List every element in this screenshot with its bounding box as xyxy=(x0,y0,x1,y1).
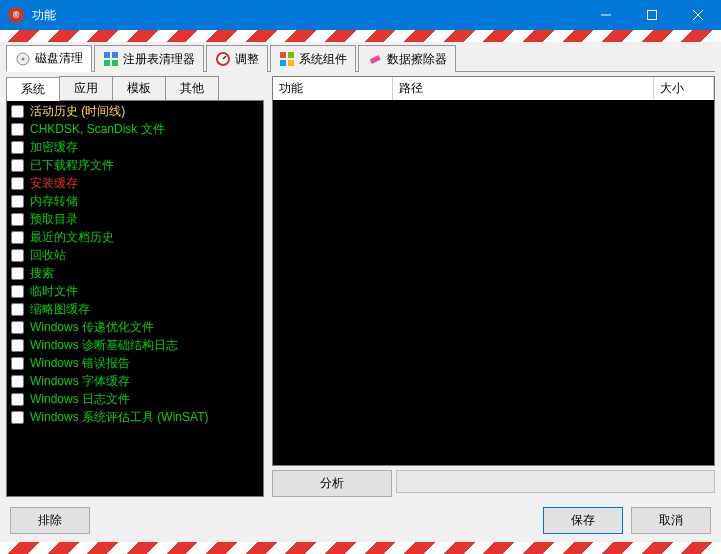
progress-placeholder xyxy=(396,470,715,493)
item-checkbox[interactable] xyxy=(11,411,24,424)
subtab-apps[interactable]: 应用 xyxy=(59,76,113,100)
item-checkbox[interactable] xyxy=(11,285,24,298)
item-checkbox[interactable] xyxy=(11,249,24,262)
window-title: 功能 xyxy=(32,7,583,24)
svg-rect-9 xyxy=(112,60,118,66)
gauge-icon xyxy=(215,51,231,67)
item-checkbox[interactable] xyxy=(11,357,24,370)
svg-rect-12 xyxy=(280,52,286,58)
item-label: Windows 错误报告 xyxy=(30,355,130,372)
item-checkbox[interactable] xyxy=(11,141,24,154)
list-item[interactable]: 安装缓存 xyxy=(11,175,259,193)
list-item[interactable]: Windows 字体缓存 xyxy=(11,373,259,391)
list-item[interactable]: Windows 错误报告 xyxy=(11,355,259,373)
maximize-button[interactable] xyxy=(629,0,675,30)
item-label: 预取目录 xyxy=(30,211,78,228)
tab-label: 调整 xyxy=(235,51,259,68)
item-label: Windows 系统评估工具 (WinSAT) xyxy=(30,409,208,426)
list-item[interactable]: 临时文件 xyxy=(11,283,259,301)
item-label: 活动历史 (时间线) xyxy=(30,103,125,120)
tab-tweak[interactable]: 调整 xyxy=(206,45,268,72)
item-checkbox[interactable] xyxy=(11,159,24,172)
analyze-button[interactable]: 分析 xyxy=(272,470,392,497)
list-item[interactable]: 缩略图缓存 xyxy=(11,301,259,319)
item-checkbox[interactable] xyxy=(11,195,24,208)
item-checkbox[interactable] xyxy=(11,375,24,388)
item-label: 缩略图缓存 xyxy=(30,301,90,318)
list-item[interactable]: 回收站 xyxy=(11,247,259,265)
list-item[interactable]: 搜索 xyxy=(11,265,259,283)
item-checkbox[interactable] xyxy=(11,213,24,226)
svg-rect-15 xyxy=(288,60,294,66)
item-checkbox[interactable] xyxy=(11,339,24,352)
item-label: Windows 日志文件 xyxy=(30,391,130,408)
list-item[interactable]: 加密缓存 xyxy=(11,139,259,157)
subtab-templates[interactable]: 模板 xyxy=(112,76,166,100)
windows-icon xyxy=(279,51,295,67)
tab-data-eraser[interactable]: 数据擦除器 xyxy=(358,45,456,72)
item-label: 安装缓存 xyxy=(30,175,78,192)
cancel-button[interactable]: 取消 xyxy=(631,507,711,534)
svg-rect-13 xyxy=(288,52,294,58)
item-label: Windows 字体缓存 xyxy=(30,373,130,390)
save-button[interactable]: 保存 xyxy=(543,507,623,534)
svg-rect-16 xyxy=(370,55,381,64)
tab-label: 磁盘清理 xyxy=(35,50,83,67)
subtab-system[interactable]: 系统 xyxy=(6,77,60,101)
item-label: 临时文件 xyxy=(30,283,78,300)
tab-label: 注册表清理器 xyxy=(123,51,195,68)
tab-disk-clean[interactable]: 磁盘清理 xyxy=(6,45,92,72)
svg-rect-8 xyxy=(104,60,110,66)
item-label: 内存转储 xyxy=(30,193,78,210)
minimize-button[interactable] xyxy=(583,0,629,30)
app-icon: ® xyxy=(8,7,24,23)
tab-label: 数据擦除器 xyxy=(387,51,447,68)
list-item[interactable]: Windows 日志文件 xyxy=(11,391,259,409)
list-item[interactable]: CHKDSK, ScanDisk 文件 xyxy=(11,121,259,139)
list-item[interactable]: 活动历史 (时间线) xyxy=(11,103,259,121)
item-label: 回收站 xyxy=(30,247,66,264)
item-checkbox[interactable] xyxy=(11,105,24,118)
list-item[interactable]: 预取目录 xyxy=(11,211,259,229)
col-function[interactable]: 功能 xyxy=(273,77,393,100)
registry-icon xyxy=(103,51,119,67)
disk-icon xyxy=(15,51,31,67)
item-checkbox[interactable] xyxy=(11,303,24,316)
svg-rect-7 xyxy=(112,52,118,58)
list-item[interactable]: Windows 传递优化文件 xyxy=(11,319,259,337)
tab-system-components[interactable]: 系统组件 xyxy=(270,45,356,72)
item-checkbox[interactable] xyxy=(11,231,24,244)
result-panel xyxy=(272,100,715,466)
tab-label: 系统组件 xyxy=(299,51,347,68)
svg-point-5 xyxy=(22,57,25,60)
col-size[interactable]: 大小 xyxy=(654,77,714,100)
tab-registry-cleaner[interactable]: 注册表清理器 xyxy=(94,45,204,72)
item-checkbox[interactable] xyxy=(11,393,24,406)
item-label: 最近的文档历史 xyxy=(30,229,114,246)
result-table-header: 功能 路径 大小 xyxy=(272,76,715,100)
subtab-other[interactable]: 其他 xyxy=(165,76,219,100)
titlebar: ® 功能 xyxy=(0,0,721,30)
exclude-button[interactable]: 排除 xyxy=(10,507,90,534)
list-item[interactable]: 内存转储 xyxy=(11,193,259,211)
item-label: CHKDSK, ScanDisk 文件 xyxy=(30,121,165,138)
main-tab-strip: 磁盘清理 注册表清理器 调整 系统组件 数据擦除器 xyxy=(6,44,715,72)
item-checkbox[interactable] xyxy=(11,123,24,136)
col-path[interactable]: 路径 xyxy=(393,77,654,100)
item-checkbox[interactable] xyxy=(11,267,24,280)
close-button[interactable] xyxy=(675,0,721,30)
list-item[interactable]: 最近的文档历史 xyxy=(11,229,259,247)
item-label: Windows 传递优化文件 xyxy=(30,319,154,336)
item-label: 搜索 xyxy=(30,265,54,282)
list-item[interactable]: Windows 诊断基础结构日志 xyxy=(11,337,259,355)
svg-rect-6 xyxy=(104,52,110,58)
svg-rect-1 xyxy=(648,11,657,20)
item-checkbox[interactable] xyxy=(11,177,24,190)
hazard-stripe-bottom xyxy=(0,542,721,554)
svg-rect-14 xyxy=(280,60,286,66)
item-label: 已下载程序文件 xyxy=(30,157,114,174)
list-item[interactable]: Windows 系统评估工具 (WinSAT) xyxy=(11,409,259,427)
item-label: Windows 诊断基础结构日志 xyxy=(30,337,178,354)
item-checkbox[interactable] xyxy=(11,321,24,334)
list-item[interactable]: 已下载程序文件 xyxy=(11,157,259,175)
